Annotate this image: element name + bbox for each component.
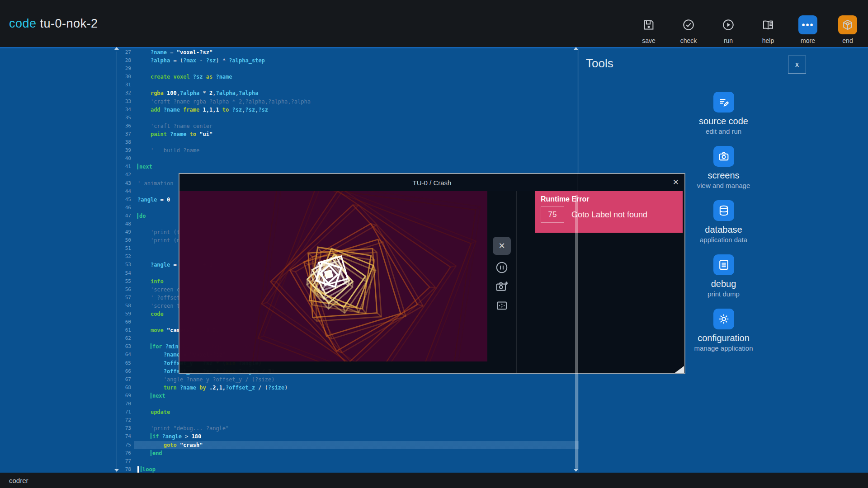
line-content: 'craft ?name rgba ?alpha * 2,?alpha,?alp…	[137, 98, 311, 106]
text-cursor	[137, 466, 139, 473]
line-content: add ?name frame 1,1,1 to ?sz,?sz,?sz	[137, 106, 268, 114]
line-number: 48	[0, 220, 131, 228]
dialog-title-bar[interactable]: TU-0 / Crash ✕	[179, 174, 684, 191]
line-number: 52	[0, 253, 131, 261]
line-number: 31	[0, 81, 131, 89]
tools-close-button[interactable]: x	[788, 56, 806, 74]
line-content: paint ?name to "ui"	[137, 130, 212, 138]
code-line-72[interactable]: 72	[0, 416, 579, 424]
code-line-34[interactable]: 34 add ?name frame 1,1,1 to ?sz,?sz,?sz	[0, 106, 579, 114]
render-viewport[interactable]	[179, 191, 487, 361]
dialog-close-button[interactable]: ✕	[673, 178, 679, 187]
tool-item-source-code[interactable]: source codeedit and run	[656, 92, 792, 135]
code-line-69[interactable]: 69 next	[0, 392, 579, 400]
more-label: more	[801, 37, 815, 44]
line-number: 33	[0, 98, 131, 106]
end-button[interactable]: end	[834, 3, 862, 44]
code-line-36[interactable]: 36 'craft ?name center	[0, 122, 579, 130]
tool-desc: view and manage	[697, 182, 750, 189]
code-line-40[interactable]: 40	[0, 155, 579, 163]
doc-lines-icon	[713, 254, 734, 275]
left-scrollbar[interactable]	[117, 52, 117, 474]
error-row[interactable]: 75 Goto Label not found	[541, 206, 677, 223]
code-line-30[interactable]: 30 create voxel ?sz as ?name	[0, 73, 579, 81]
line-number: 35	[0, 114, 131, 122]
code-line-76[interactable]: 76 end	[0, 449, 579, 457]
line-number: 59	[0, 310, 131, 318]
line-number: 27	[0, 48, 131, 56]
code-line-33[interactable]: 33 'craft ?name rgba ?alpha * 2,?alpha,?…	[0, 98, 579, 106]
stop-button[interactable]: ✕	[493, 237, 511, 255]
scroll-down-icon[interactable]	[574, 469, 578, 472]
scroll-down-icon[interactable]	[114, 469, 119, 472]
scrollbar-thumb[interactable]	[575, 195, 578, 469]
code-line-38[interactable]: 38	[0, 138, 579, 146]
code-line-77[interactable]: 77	[0, 457, 579, 465]
line-number: 34	[0, 106, 131, 114]
cube-icon	[838, 15, 857, 34]
code-line-41[interactable]: 41next	[0, 163, 579, 171]
line-number: 50	[0, 236, 131, 244]
line-number: 53	[0, 261, 131, 269]
more-button[interactable]: •••more	[794, 3, 822, 44]
line-number: 60	[0, 318, 131, 326]
code-line-37[interactable]: 37 paint ?name to "ui"	[0, 130, 579, 138]
code-line-28[interactable]: 28 ?alpha = (?max - ?sz) * ?alpha_step	[0, 56, 579, 65]
gear-icon	[713, 309, 734, 329]
tool-name: source code	[699, 116, 748, 127]
resize-grip[interactable]	[675, 366, 684, 373]
pause-button[interactable]	[493, 259, 511, 276]
status-bar: codrer	[0, 473, 868, 488]
code-line-78[interactable]: 78loop	[0, 465, 579, 473]
code-line-70[interactable]: 70	[0, 400, 579, 408]
line-content: 'print "debug... ?angle"	[137, 424, 229, 432]
code-line-68[interactable]: 68 turn ?name by .2,1,?offset_z / (?size…	[0, 384, 579, 392]
code-line-35[interactable]: 35	[0, 114, 579, 122]
scroll-up-icon[interactable]	[574, 47, 578, 50]
line-content: 'angle ?name y ?offset_y / (?size)	[137, 375, 274, 384]
code-line-32[interactable]: 32 rgba 100,?alpha * 2,?alpha,?alpha	[0, 89, 579, 97]
scroll-up-icon[interactable]	[114, 47, 119, 50]
block-marker	[151, 343, 151, 349]
error-message: Goto Label not found	[571, 210, 647, 220]
tool-name: configuration	[698, 333, 750, 343]
page-title: code tu-0-nok-2	[9, 17, 98, 31]
code-line-74[interactable]: 74 if ?angle > 180	[0, 432, 579, 441]
accent-line	[0, 47, 868, 48]
line-number: 40	[0, 155, 131, 163]
line-number: 70	[0, 400, 131, 408]
line-number: 55	[0, 277, 131, 286]
help-button[interactable]: help	[754, 3, 782, 44]
dialog-title: TU-0 / Crash	[413, 179, 452, 187]
code-line-27[interactable]: 27 ?name = "voxel-?sz"	[0, 48, 579, 56]
dialog-body: ✕ Runtime Error 75 Goto Label not found	[179, 191, 684, 373]
save-button[interactable]: save	[635, 3, 663, 44]
code-line-75[interactable]: 75 goto "crash"	[0, 441, 579, 449]
run-button[interactable]: run	[714, 3, 742, 44]
camera-icon	[713, 146, 734, 167]
code-line-39[interactable]: 39 ' build ?name	[0, 146, 579, 155]
line-number: 37	[0, 130, 131, 138]
line-content: goto "crash"	[137, 441, 203, 449]
line-content: next	[137, 392, 165, 400]
code-line-67[interactable]: 67 'angle ?name y ?offset_y / (?size)	[0, 375, 579, 384]
check-button[interactable]: check	[675, 3, 703, 44]
line-content: code	[137, 310, 164, 318]
code-line-29[interactable]: 29	[0, 65, 579, 73]
line-number: 57	[0, 294, 131, 302]
error-heading: Runtime Error	[541, 195, 677, 203]
check-icon	[682, 15, 695, 34]
code-line-31[interactable]: 31	[0, 81, 579, 89]
code-line-71[interactable]: 71 update	[0, 408, 579, 416]
line-number: 76	[0, 449, 131, 457]
app-window: code tu-0-nok-2 savecheckrunhelp•••moree…	[0, 0, 868, 488]
code-line-73[interactable]: 73 'print "debug... ?angle"	[0, 424, 579, 432]
error-region: Runtime Error 75 Goto Label not found	[516, 191, 684, 373]
fit-screen-button[interactable]	[493, 297, 511, 314]
line-number: 71	[0, 408, 131, 416]
line-number: 29	[0, 65, 131, 73]
check-label: check	[680, 37, 697, 44]
line-number: 63	[0, 343, 131, 351]
screenshot-button[interactable]	[493, 278, 511, 295]
line-number: 73	[0, 424, 131, 432]
